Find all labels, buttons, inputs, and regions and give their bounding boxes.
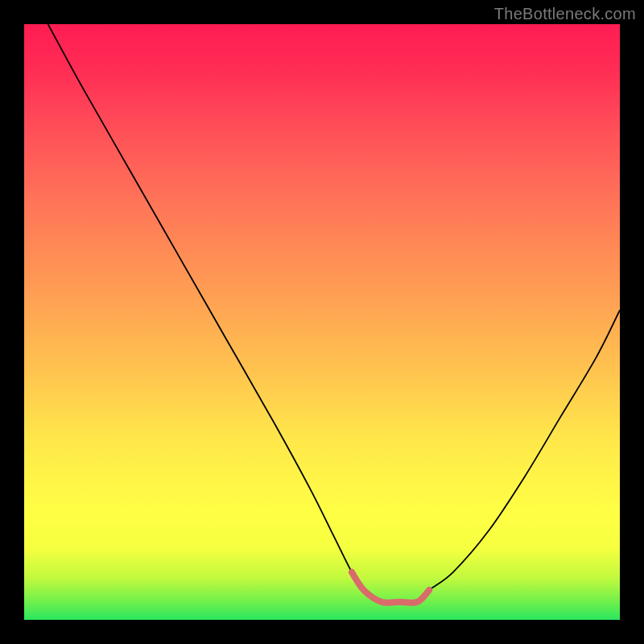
bottleneck-curve: [24, 24, 620, 620]
chart-plot-area: [24, 24, 620, 620]
watermark-text: TheBottleneck.com: [494, 5, 636, 23]
